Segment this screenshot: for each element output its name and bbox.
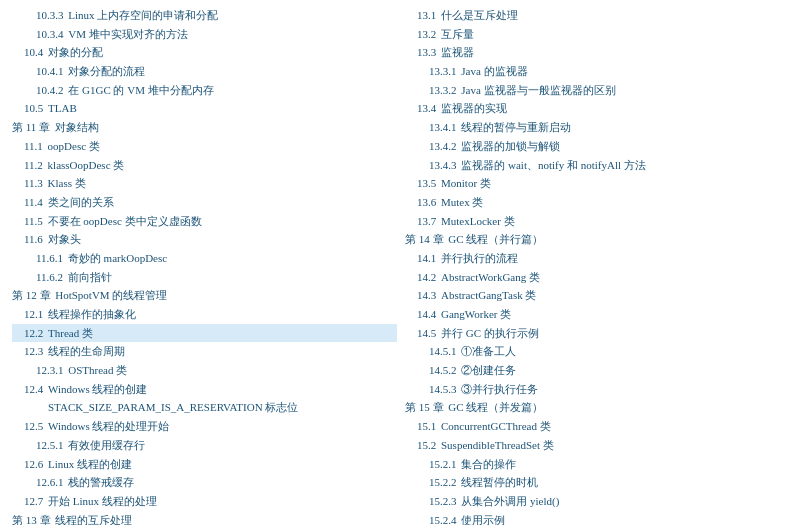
toc-entry: 14.5.3 ③并行执行任务 [405,380,790,399]
toc-num: 11.6.1 [36,249,66,268]
toc-title: GC 线程（并发篇） [448,398,543,417]
toc-entry: 14.3 AbstractGangTask 类 [405,286,790,305]
toc-num: 15.1 [417,417,439,436]
toc-title: 线程的生命周期 [48,342,125,361]
toc-title: SuspendibleThreadSet 类 [441,436,554,455]
toc-entry: 第 12 章 HotSpotVM 的线程管理 [12,286,397,305]
toc-entry: 14.5.1 ①准备工人 [405,342,790,361]
toc-num: 13.3 [417,43,439,62]
toc-entry: 11.6 对象头 [12,230,397,249]
toc-num: 第 13 章 [12,511,53,525]
toc-entry: 14.2 AbstractWorkGang 类 [405,268,790,287]
toc-num: 12.6.1 [36,473,66,492]
toc-title: 什么是互斥处理 [441,6,518,25]
toc-num: 13.3.1 [429,62,459,81]
toc-entry: 12.6.1 栈的警戒缓存 [12,473,397,492]
toc-num: 10.3.4 [36,25,66,44]
toc-title: 对象分配的流程 [68,62,145,81]
toc-title: 前向指针 [68,268,112,287]
toc-num: 15.2.4 [429,511,459,525]
toc-num: 10.5 [24,99,46,118]
toc-num: 11.2 [24,156,46,175]
toc-title: 线程的互斥处理 [55,511,132,525]
toc-title: 从集合外调用 yield() [461,492,559,511]
toc-num: 第 11 章 [12,118,53,137]
toc-entry: 13.4.3 监视器的 wait、notify 和 notifyAll 方法 [405,156,790,175]
toc-title: 线程暂停的时机 [461,473,538,492]
toc-title: Thread 类 [48,324,93,343]
toc-title: 集合的操作 [461,455,516,474]
toc-entry: 14.5.2 ②创建任务 [405,361,790,380]
toc-entry: 11.6.1 奇妙的 markOopDesc [12,249,397,268]
toc-title: 开始 Linux 线程的处理 [48,492,157,511]
toc-num: 11.4 [24,193,46,212]
toc-num: 12.5.1 [36,436,66,455]
toc-title: STACK_SIZE_PARAM_IS_A_RESERVATION 标志位 [48,398,298,417]
toc-entry: 13.4 监视器的实现 [405,99,790,118]
toc-num: 14.5.2 [429,361,459,380]
toc-num: 11.6 [24,230,46,249]
toc-num: 第 15 章 [405,398,446,417]
toc-title: 线程操作的抽象化 [48,305,136,324]
toc-num: 13.6 [417,193,439,212]
toc-entry: 14.5 并行 GC 的执行示例 [405,324,790,343]
toc-entry: 12.2 Thread 类 [12,324,397,343]
toc-title: 有效使用缓存行 [68,436,145,455]
toc-entry: 13.4.1 线程的暂停与重新启动 [405,118,790,137]
toc-num: 15.2.1 [429,455,459,474]
toc-num: 第 12 章 [12,286,53,305]
toc-num: 12.6 [24,455,46,474]
toc-title: Java 监视器与一般监视器的区别 [461,81,615,100]
toc-title: ConcurrentGCThread 类 [441,417,551,436]
toc-entry: 13.1 什么是互斥处理 [405,6,790,25]
toc-num: 10.3.3 [36,6,66,25]
toc-title: GC 线程（并行篇） [448,230,543,249]
toc-entry: 10.3.4 VM 堆中实现对齐的方法 [12,25,397,44]
toc-title: HotSpotVM 的线程管理 [55,286,167,305]
toc-title: MutexLocker 类 [441,212,515,231]
toc-entry: 13.4.2 监视器的加锁与解锁 [405,137,790,156]
toc-num: 10.4.1 [36,62,66,81]
toc-title: 使用示例 [461,511,505,525]
toc-title: 对象头 [48,230,81,249]
toc-num: 11.5 [24,212,46,231]
toc-num: 15.2 [417,436,439,455]
toc-entry: 10.4 对象的分配 [12,43,397,62]
toc-entry: 13.3.1 Java 的监视器 [405,62,790,81]
toc-num: 15.2.3 [429,492,459,511]
toc-title: ①准备工人 [461,342,516,361]
toc-title: Windows 线程的处理开始 [48,417,169,436]
toc-entry: 11.5 不要在 oopDesc 类中定义虚函数 [12,212,397,231]
toc-title: 不要在 oopDesc 类中定义虚函数 [48,212,202,231]
toc-entry: 11.1 oopDesc 类 [12,137,397,156]
toc-title: 栈的警戒缓存 [68,473,134,492]
toc-title: ③并行执行任务 [461,380,538,399]
toc-title: 监视器的 wait、notify 和 notifyAll 方法 [461,156,646,175]
toc-entry: 12.5.1 有效使用缓存行 [12,436,397,455]
toc-title: OSThread 类 [68,361,127,380]
toc-num: 第 14 章 [405,230,446,249]
toc-entry: 15.2.4 使用示例 [405,511,790,525]
toc-num: 10.4 [24,43,46,62]
toc-title: 奇妙的 markOopDesc [68,249,167,268]
toc-num: 12.3.1 [36,361,66,380]
toc-entry: 10.5 TLAB [12,99,397,118]
toc-entry: 15.2.3 从集合外调用 yield() [405,492,790,511]
toc-title: Windows 线程的创建 [48,380,147,399]
toc-num: 13.4 [417,99,439,118]
toc-entry: 13.3 监视器 [405,43,790,62]
toc-entry: 13.2 互斥量 [405,25,790,44]
toc-num: 12.7 [24,492,46,511]
toc-title: AbstractWorkGang 类 [441,268,540,287]
toc-entry: 12.3.1 OSThread 类 [12,361,397,380]
toc-num: 15.2.2 [429,473,459,492]
toc-entry: 11.6.2 前向指针 [12,268,397,287]
toc-title: 在 G1GC 的 VM 堆中分配内存 [68,81,213,100]
toc-num: 14.5 [417,324,439,343]
toc-entry: 12.7 开始 Linux 线程的处理 [12,492,397,511]
toc-num: 13.4.3 [429,156,459,175]
toc-title: ②创建任务 [461,361,516,380]
toc-entry: 13.6 Mutex 类 [405,193,790,212]
toc-entry: 12.4 Windows 线程的创建 [12,380,397,399]
toc-title: 对象的分配 [48,43,103,62]
